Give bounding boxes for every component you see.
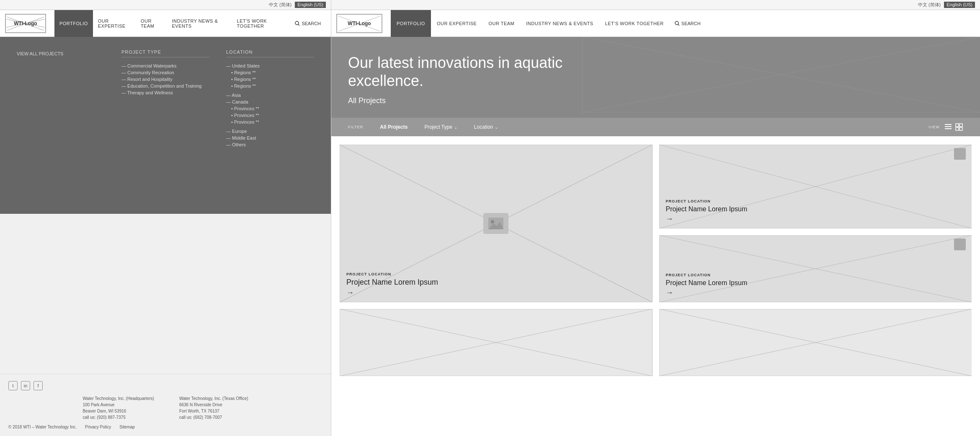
list-item[interactable]: Education, Competition and Training [121,83,209,89]
project-name-1: Project Name Lorem Ipsum [346,278,646,287]
view-label: VIEW [928,125,940,129]
project-grid: PROJECT LOCATION Project Name Lorem Ipsu… [340,145,972,302]
list-item[interactable]: Commercial Waterparks [121,62,209,69]
list-view-icon[interactable] [944,123,952,131]
dropdown-col-all: VIEW ALL PROJECTS [8,49,113,148]
view-controls: VIEW [928,123,963,131]
project-location-icon-3 [954,239,966,250]
list-item[interactable]: Canada [226,99,314,105]
svg-line-1 [298,24,299,26]
sitemap-link[interactable]: Sitemap [119,425,135,429]
project-card-2[interactable]: PROJECT LOCATION Project Name Lorem Ipsu… [659,145,972,228]
project-card-3[interactable]: PROJECT LOCATION Project Name Lorem Ipsu… [659,235,972,302]
project-card-1[interactable]: PROJECT LOCATION Project Name Lorem Ipsu… [340,145,652,302]
left-body [0,214,331,374]
svg-rect-10 [956,124,959,127]
nav-expertise-left[interactable]: OUR EXPERTISE [93,10,136,37]
hero-subtitle: All Projects [348,96,963,105]
project-card-5[interactable] [659,309,972,376]
grid-view-icon[interactable] [955,123,963,131]
dropdown-col-type: PROJECT TYPE Commercial Waterparks Commu… [113,49,218,148]
list-item[interactable]: Therapy and Wellness [121,89,209,96]
project-type-heading: PROJECT TYPE [121,49,209,57]
lang-en-left[interactable]: English (US) [295,2,326,8]
project-arrow-1[interactable]: → [346,288,646,297]
filter-location[interactable]: Location ⌄ [466,124,506,130]
address-hq: Water Technology, Inc. (Headquarters) 10… [83,395,154,420]
project-grid-area: PROJECT LOCATION Project Name Lorem Ipsu… [331,136,980,436]
svg-rect-9 [945,128,952,129]
project-name-2: Project Name Lorem Ipsum [666,205,965,213]
list-item[interactable]: Europe [226,128,314,135]
filter-project-type[interactable]: Project Type ⌄ [416,124,465,130]
project-name-3: Project Name Lorem Ipsum [666,279,965,287]
nav-contact-left[interactable]: LET'S WORK TOGETHER [232,10,290,37]
list-item[interactable]: Regions ** [226,83,314,89]
project-info-2: PROJECT LOCATION Project Name Lorem Ipsu… [659,194,972,228]
list-item[interactable]: Provinces ** [226,112,314,119]
right-logo[interactable]: WTI-Logo [336,14,382,33]
list-item[interactable]: Others [226,141,314,148]
lang-en-right[interactable]: English (US) [944,2,975,8]
project-right-col: PROJECT LOCATION Project Name Lorem Ipsu… [659,145,972,302]
svg-rect-7 [945,124,952,125]
project-location-label-1: PROJECT LOCATION [346,272,646,276]
search-icon-right [675,21,680,26]
linkedin-icon[interactable]: in [21,381,30,390]
list-item[interactable]: Regions ** [226,76,314,83]
dropdown-col-location: LOCATION United States Regions ** Region… [218,49,322,148]
list-item[interactable]: Regions ** [226,69,314,76]
view-icons [944,123,963,131]
svg-point-0 [295,21,299,25]
project-card-4[interactable] [340,309,652,376]
project-location-icon-2 [954,148,966,160]
photo-icon [488,218,503,229]
grid-icon [955,123,963,131]
list-item[interactable]: Provinces ** [226,105,314,112]
nav-news-right[interactable]: INDUSTRY NEWS & EVENTS [520,10,599,37]
privacy-policy-link[interactable]: Privacy Policy [85,425,111,429]
svg-point-2 [675,21,678,25]
left-topbar: 中文 (简体) English (US) [0,0,331,10]
lang-zh-left[interactable]: 中文 (简体) [269,2,291,8]
right-topbar: 中文 (简体) English (US) [331,0,980,10]
location-heading: LOCATION [226,49,314,57]
search-button-left[interactable]: SEARCH [290,21,326,26]
left-logo[interactable]: WTI-Logo [5,14,46,33]
left-panel: 中文 (简体) English (US) WTI-Logo PORTFOLIO … [0,0,331,436]
footer-bottom: © 2018 WTI – Water Technology Inc. Priva… [8,425,322,429]
nav-team-left[interactable]: OUR TEAM [136,10,167,37]
list-item[interactable]: Provinces ** [226,119,314,125]
list-item[interactable]: United States [226,62,314,69]
hero-title: Our latest innovations in aquatic excell… [348,54,599,90]
svg-rect-11 [959,124,962,127]
right-panel: 中文 (简体) English (US) WTI-Logo PORTFOLIO … [331,0,980,436]
placeholder-lines-5 [659,309,972,376]
filter-left: FILTER All Projects Project Type ⌄ Locat… [348,124,506,130]
right-nav: PORTFOLIO OUR EXPERTISE OUR TEAM INDUSTR… [391,10,706,37]
project-arrow-3[interactable]: → [666,288,965,297]
project-arrow-2[interactable]: → [666,215,965,223]
nav-portfolio-left[interactable]: PORTFOLIO [54,10,93,37]
project-info-1: PROJECT LOCATION Project Name Lorem Ipsu… [340,267,652,303]
nav-team-right[interactable]: OUR TEAM [482,10,520,37]
filter-all-projects[interactable]: All Projects [371,124,416,130]
list-item[interactable]: Resort and Hospitality [121,76,209,83]
nav-contact-right[interactable]: LET'S WORK TOGETHER [599,10,670,37]
list-item[interactable]: Asia [226,92,314,99]
list-item[interactable]: Community Recreation [121,69,209,76]
footer-addresses: Water Technology, Inc. (Headquarters) 10… [8,395,322,420]
nav-portfolio-right[interactable]: PORTFOLIO [391,10,431,37]
search-button-right[interactable]: SEARCH [670,21,706,26]
facebook-icon[interactable]: f [34,381,43,390]
extra-projects-row [340,309,972,376]
nav-news-left[interactable]: INDUSTRY NEWS & EVENTS [167,10,232,37]
svg-line-3 [678,24,679,26]
view-all-projects[interactable]: VIEW ALL PROJECTS [17,51,63,56]
twitter-icon[interactable]: t [8,381,18,390]
filter-label: FILTER [348,125,363,129]
lang-zh-right[interactable]: 中文 (简体) [918,2,941,8]
svg-rect-12 [956,127,959,130]
list-item[interactable]: Middle East [226,135,314,141]
nav-expertise-right[interactable]: OUR EXPERTISE [431,10,483,37]
